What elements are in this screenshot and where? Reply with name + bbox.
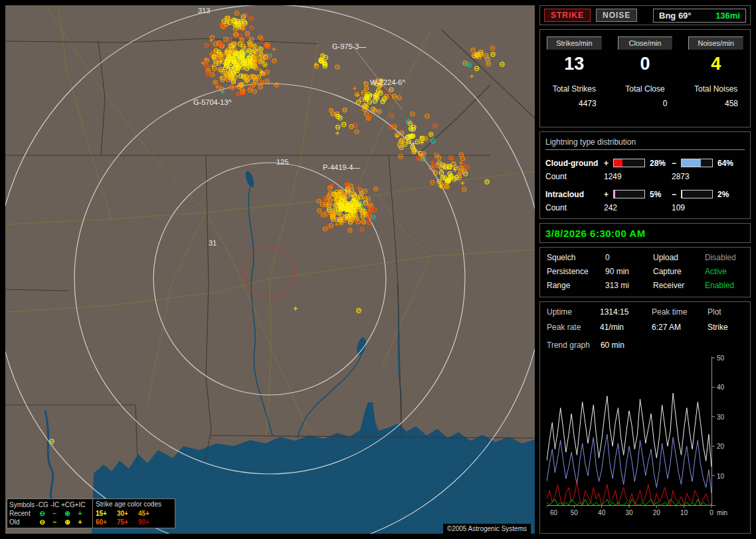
- ic-negative-count: 109: [672, 203, 745, 212]
- app-window: G-975-3—W-2224-6^G-5704-13^P-4419-4— 313…: [0, 0, 756, 539]
- uptime-value: 1314:15: [600, 307, 652, 317]
- cg-positive-bar: [613, 159, 645, 167]
- status-panel: Uptime 1314:15 Peak time Plot Peak rate …: [539, 301, 751, 534]
- uptime-label: Uptime: [547, 307, 600, 317]
- noise-indicator-button[interactable]: NOISE: [596, 9, 637, 22]
- peak-time-label: Peak time: [652, 307, 708, 317]
- rates-panel: Strikes/min 13 Total Strikes 4473 Close/…: [539, 29, 751, 127]
- copyright-text: ©2005 Astrogenic Systems: [443, 524, 531, 534]
- legend-age-title: Strike age color codes: [96, 501, 172, 509]
- strikes-per-min-button[interactable]: Strikes/min: [547, 37, 602, 50]
- total-strikes-value: 4473: [547, 99, 602, 108]
- svg-text:60: 60: [550, 509, 558, 516]
- receiver-status: Enabled: [705, 281, 743, 290]
- bearing-range-value: 136mi: [715, 11, 740, 21]
- range-value: 313 mi: [605, 281, 653, 290]
- ring-label-313: 313: [198, 7, 210, 15]
- capture-label: Capture: [653, 267, 705, 276]
- close-per-min-button[interactable]: Close/min: [618, 37, 673, 50]
- svg-text:40: 40: [598, 509, 606, 516]
- trend-graph: 50403020106050403020100min: [547, 354, 743, 521]
- legend-symbols-title: Symbols: [9, 501, 36, 509]
- peak-time-value: 6:27 AM: [652, 323, 708, 332]
- map-panel[interactable]: G-975-3—W-2224-6^G-5704-13^P-4419-4— 313…: [5, 5, 535, 534]
- persistence-value: 90 min: [605, 267, 653, 276]
- trend-series-noises: [547, 434, 711, 493]
- distribution-title: Lightning type distribution: [545, 137, 745, 150]
- upload-status: Disabled: [705, 253, 743, 262]
- legend-old-label: Old: [9, 518, 36, 526]
- total-close-value: 0: [618, 99, 673, 108]
- trend-graph-label: Trend graph: [547, 341, 590, 350]
- plus-sign: +: [604, 159, 613, 168]
- ic-count-label: Count: [545, 203, 604, 212]
- legend-old-glyphs: ⊖−⊕+: [36, 518, 86, 526]
- cg-positive-percent: 28%: [646, 159, 672, 168]
- svg-text:20: 20: [653, 509, 661, 516]
- svg-text:0: 0: [709, 509, 713, 516]
- strikes-per-min-value: 13: [547, 54, 602, 74]
- total-close-label: Total Close: [618, 84, 673, 94]
- close-per-min-value: 0: [618, 54, 673, 74]
- indicator-panel: STRIKE NOISE Bng 69° 136mi: [539, 5, 751, 25]
- distribution-panel: Lightning type distribution Cloud-ground…: [539, 131, 751, 219]
- cg-negative-percent: 64%: [714, 159, 745, 168]
- strikes-column: Strikes/min 13 Total Strikes 4473: [547, 37, 602, 108]
- date-time-display: 3/8/2026 6:30:00 AM: [545, 228, 646, 239]
- clock-panel: 3/8/2026 6:30:00 AM: [539, 223, 751, 243]
- range-label: Range: [547, 281, 605, 290]
- legend-recent-glyphs: ⊖−⊕+: [36, 510, 86, 518]
- legend-age-codes: 15+30+45+60+75+90+: [96, 509, 172, 526]
- trend-series-close: [547, 482, 711, 506]
- cloud-ground-row: Cloud-ground + 28% − 64%: [545, 156, 745, 170]
- map-legend: Symbols -CG-IC+CG+IC Recent ⊖−⊕+ Old ⊖−⊕…: [7, 499, 175, 528]
- noises-per-min-value: 4: [688, 54, 743, 74]
- svg-text:10: 10: [680, 509, 688, 516]
- svg-text:10: 10: [717, 473, 725, 480]
- peak-rate-value: 41/min: [600, 323, 652, 332]
- svg-text:20: 20: [717, 443, 725, 450]
- bearing-readout: Bng 69° 136mi: [653, 9, 746, 23]
- storm-label: P-4419-4—: [323, 163, 360, 171]
- svg-text:50: 50: [571, 509, 579, 516]
- plus-sign: +: [604, 190, 613, 199]
- trend-window-value: 60 min: [601, 341, 624, 350]
- ring-label-125: 125: [276, 158, 288, 166]
- ic-positive-count: 242: [604, 203, 672, 212]
- plot-value: Strike: [708, 323, 743, 332]
- strike-indicator-button[interactable]: STRIKE: [544, 9, 591, 22]
- squelch-value: 0: [605, 253, 653, 262]
- storm-label: G-5704-13^: [193, 98, 233, 106]
- upload-label: Upload: [653, 253, 705, 262]
- minus-sign: −: [672, 190, 681, 199]
- bearing-value: Bng 69°: [659, 11, 692, 21]
- intracloud-label: Intracloud: [545, 190, 604, 199]
- capture-status: Active: [705, 267, 743, 276]
- ic-negative-percent: 2%: [714, 190, 745, 199]
- close-column: Close/min 0 Total Close 0: [618, 37, 673, 108]
- intracloud-count-row: Count 242 109: [545, 201, 745, 214]
- svg-text:40: 40: [717, 384, 725, 391]
- svg-text:30: 30: [717, 414, 725, 421]
- trend-series-strikes: [547, 393, 711, 467]
- peak-rate-label: Peak rate: [547, 323, 600, 332]
- cg-count-label: Count: [545, 172, 604, 181]
- ic-positive-percent: 5%: [646, 190, 672, 199]
- intracloud-row: Intracloud + 5% − 2%: [545, 187, 745, 201]
- storm-label: W-2224-6^: [370, 78, 406, 86]
- noises-per-min-button[interactable]: Noises/min: [688, 37, 743, 50]
- plot-label: Plot: [708, 307, 743, 317]
- minus-sign: −: [672, 159, 681, 168]
- cloud-ground-count-row: Count 1249 2873: [545, 170, 745, 183]
- legend-recent-label: Recent: [9, 510, 36, 518]
- cg-negative-bar: [681, 159, 713, 167]
- persistence-label: Persistence: [547, 267, 605, 276]
- svg-text:50: 50: [717, 354, 725, 362]
- cg-positive-count: 1249: [604, 172, 672, 181]
- cg-negative-count: 2873: [672, 172, 745, 181]
- legend-column-headers: -CG-IC+CG+IC: [36, 501, 86, 509]
- svg-text:30: 30: [625, 509, 633, 516]
- sidebar: STRIKE NOISE Bng 69° 136mi Strikes/min 1…: [539, 5, 751, 534]
- total-noises-label: Total Noises: [688, 84, 743, 94]
- receiver-label: Receiver: [653, 281, 705, 290]
